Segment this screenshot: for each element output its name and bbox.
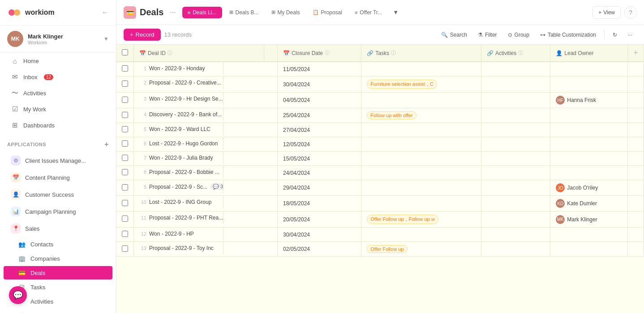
sidebar-item-campaign-planning[interactable]: 📊 Campaign Planning [4, 203, 112, 220]
th-deal-id[interactable]: 📅 Deal ID ⓘ [134, 45, 264, 62]
row-deal-id[interactable]: 2 Proposal - 2022-9 - Creative... [134, 76, 223, 89]
tab-deals-list[interactable]: ≡ Deals Li... [182, 7, 222, 18]
th-add-column[interactable]: + [628, 45, 644, 62]
sidebar-item-client-issues[interactable]: ⚙ Client Issues Manage... [4, 152, 112, 169]
tab-proposal-label: Proposal [321, 9, 342, 16]
tab-dropdown-button[interactable]: ▼ [389, 6, 402, 18]
row-closure-date: 30/04/2024 [277, 228, 361, 242]
table-row[interactable]: 3 Won - 2022-9 - Hr Design Se... 04/05/2… [116, 93, 644, 108]
customer-success-icon: 👤 [11, 190, 21, 199]
row-activities [481, 62, 550, 76]
sidebar-item-deals[interactable]: 💳 Deals [4, 266, 112, 279]
row-deal-id[interactable]: 3 Won - 2022-9 - Hr Design Se... [134, 93, 223, 105]
add-view-label: View [603, 9, 615, 16]
row-deal-id[interactable]: 10 Lost - 2022-9 - ING Group [134, 196, 223, 208]
table-row[interactable]: 13 Proposal - 2022-9 - Toy Inc 02/05/202… [116, 242, 644, 257]
th-tasks[interactable]: 🔗 Tasks ⓘ [361, 45, 481, 62]
row-checkbox[interactable] [122, 231, 128, 237]
user-name: Mark Klinger [28, 33, 99, 40]
th-closure-date[interactable]: 📅 Closure Date ⓘ [277, 45, 361, 62]
customize-button[interactable]: ⊶ Table Customization [536, 30, 601, 40]
table-row[interactable]: 7 Won - 2022-9 - Julia Brady 15/05/2024 [116, 152, 644, 166]
select-all-checkbox[interactable] [122, 49, 128, 55]
row-checkbox[interactable] [122, 200, 128, 206]
row-deal-id[interactable]: 7 Won - 2022-9 - Julia Brady [134, 152, 223, 164]
more-options-button[interactable]: ··· [623, 30, 637, 40]
sidebar-item-home[interactable]: ⌂ Home [4, 53, 112, 68]
sidebar-item-mywork[interactable]: ☑ My Work [4, 102, 112, 117]
row-checkbox[interactable] [122, 97, 128, 103]
row-deal-id[interactable]: 8 Proposal - 2022-9 - Bobbie ... [134, 166, 223, 178]
tab-proposal[interactable]: 📋 Proposal [307, 7, 348, 18]
sidebar-item-inbox[interactable]: ✉ Inbox 12 [4, 69, 112, 85]
help-button[interactable]: ? [624, 6, 637, 19]
th-lead-owner-icon: 👤 [556, 50, 562, 56]
chat-button[interactable]: 💬 [9, 286, 27, 304]
table-row[interactable]: 2 Proposal - 2022-9 - Creative... 30/04/… [116, 76, 644, 93]
row-deal-id[interactable]: 1 Won - 2022-9 - Honday [134, 62, 223, 75]
tab-offer-tr[interactable]: ≡ Offer Tr... [349, 7, 387, 18]
table-row[interactable]: 8 Proposal - 2022-9 - Bobbie ... 24/04/2… [116, 166, 644, 180]
search-button[interactable]: 🔍 Search [437, 30, 472, 40]
row-checkbox[interactable] [122, 80, 128, 87]
th-checkbox[interactable] [116, 45, 134, 62]
filter-button[interactable]: ⚗ Filter [473, 30, 502, 40]
sidebar-item-dashboards[interactable]: ⊞ Dashboards [4, 118, 112, 133]
table-row[interactable]: 11 Proposal - 2022-9 - PHT Rea... 20/05/… [116, 211, 644, 228]
row-checkbox[interactable] [122, 169, 128, 175]
row-checkbox[interactable] [122, 155, 128, 161]
owner-cell: JOJacob O'riley [556, 183, 622, 192]
add-record-button[interactable]: + Record [124, 29, 161, 41]
row-deal-id[interactable]: 9 Proposal - 2022-9 - Sc... 💬 3 [134, 180, 223, 193]
tab-my-deals[interactable]: ⊞ My Deals [266, 7, 305, 18]
refresh-button[interactable]: ↻ [608, 30, 622, 40]
th-lead-owner[interactable]: 👤 Lead Owner [550, 45, 628, 62]
row-deal-id[interactable]: 5 Won - 2022-9 - Ward LLC [134, 123, 223, 135]
group-button[interactable]: ⊙ Group [503, 30, 534, 40]
th-activities[interactable]: 🔗 Activities ⓘ [481, 45, 550, 62]
deal-id-value: Won - 2022-9 - Ward LLC [149, 126, 210, 132]
sidebar-item-companies[interactable]: 🏢 Companies [4, 252, 112, 265]
row-deal-id[interactable]: 13 Proposal - 2022-9 - Toy Inc [134, 242, 223, 254]
th-closure-date-info[interactable]: ⓘ [325, 50, 330, 56]
row-checkbox[interactable] [122, 140, 128, 147]
row-checkbox[interactable] [122, 245, 128, 252]
row-extra [264, 108, 277, 123]
row-deal-id[interactable]: 11 Proposal - 2022-9 - PHT Rea... [134, 211, 223, 224]
row-checkbox[interactable] [122, 65, 128, 72]
row-checkbox[interactable] [122, 126, 128, 132]
row-deal-id[interactable]: 4 Discovery - 2022-9 - Bank of... [134, 108, 223, 121]
sidebar-collapse-button[interactable]: ← [102, 8, 109, 17]
sidebar-item-contacts[interactable]: 👥 Contacts [4, 237, 112, 251]
mywork-icon: ☑ [11, 105, 19, 113]
add-application-button[interactable]: + [104, 140, 109, 148]
th-tasks-info[interactable]: ⓘ [391, 50, 396, 56]
tab-deals-b[interactable]: ⊞ Deals B... [224, 7, 264, 18]
tab-my-deals-label: My Deals [278, 9, 300, 16]
user-profile[interactable]: MK Mark Klinger Workiom ▼ [0, 25, 116, 53]
add-view-button[interactable]: + View [592, 6, 621, 19]
row-checkbox[interactable] [122, 216, 128, 222]
sidebar-item-activities[interactable]: 〜 Activities [4, 85, 112, 101]
row-closure-date: 02/05/2024 [277, 242, 361, 257]
sidebar-item-content-planning[interactable]: 📅 Content Planning [4, 169, 112, 186]
sidebar-item-customer-success[interactable]: 👤 Customer Success [4, 186, 112, 203]
row-deal-id[interactable]: 12 Won - 2022-9 - HP [134, 228, 223, 240]
table-row[interactable]: 6 Lost - 2022-9 - Hugo Gordon 12/05/2024 [116, 137, 644, 152]
table-row[interactable]: 10 Lost - 2022-9 - ING Group 18/05/2024 … [116, 196, 644, 211]
row-extra [264, 76, 277, 93]
sidebar-item-products[interactable]: 📦 Products/Services [4, 309, 112, 313]
table-row[interactable]: 5 Won - 2022-9 - Ward LLC 27/04/2024 [116, 123, 644, 137]
row-deal-id[interactable]: 6 Lost - 2022-9 - Hugo Gordon [134, 137, 223, 150]
table-row[interactable]: 9 Proposal - 2022-9 - Sc... 💬 3 29/04/20… [116, 180, 644, 196]
th-activities-info[interactable]: ⓘ [518, 50, 523, 56]
table-row[interactable]: 12 Won - 2022-9 - HP 30/04/2024 [116, 228, 644, 242]
sidebar-item-sales[interactable]: 📍 Sales [4, 220, 112, 237]
row-checkbox[interactable] [122, 184, 128, 190]
row-checkbox[interactable] [122, 112, 128, 118]
sidebar-item-activities-sub-label: Activities [30, 298, 53, 305]
page-more-button[interactable]: ··· [167, 7, 178, 18]
th-deal-id-info[interactable]: ⓘ [167, 50, 172, 56]
table-row[interactable]: 1 Won - 2022-9 - Honday 11/05/2024 [116, 62, 644, 76]
table-row[interactable]: 4 Discovery - 2022-9 - Bank of... 25/04/… [116, 108, 644, 123]
